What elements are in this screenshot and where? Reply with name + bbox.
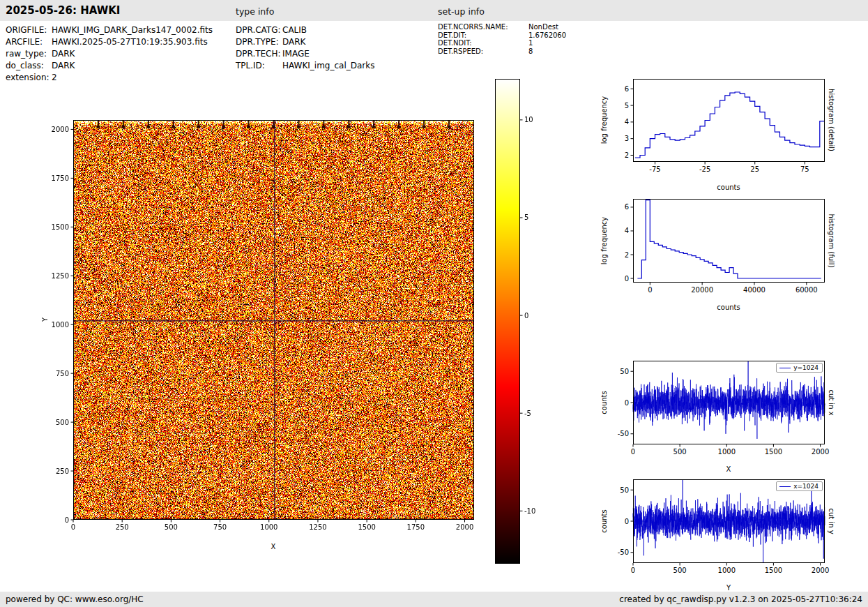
meta-value: 2 <box>52 72 57 84</box>
svg-text:1250: 1250 <box>309 523 326 531</box>
type-info-block: DPR.CATG: CALIB DPR.TYPE: DARK DPR.TECH:… <box>236 24 375 72</box>
cut-in-y-plot: x=1024 0500100015002000-50050 <box>633 479 825 563</box>
meta-value: CALIB <box>282 24 307 36</box>
svg-text:10: 10 <box>524 116 533 123</box>
svg-text:750: 750 <box>56 370 69 377</box>
meta-value: IMAGE <box>282 48 310 60</box>
svg-text:-25: -25 <box>699 165 710 173</box>
meta-label: DPR.TYPE: <box>236 36 282 48</box>
meta-value: 8 <box>528 47 533 56</box>
svg-text:60000: 60000 <box>795 286 818 294</box>
svg-text:0: 0 <box>631 567 635 574</box>
svg-text:2000: 2000 <box>52 126 69 133</box>
meta-value: 1 <box>528 39 533 47</box>
svg-text:0: 0 <box>631 448 635 456</box>
page-title: 2025-05-26: HAWKI <box>6 4 120 17</box>
svg-text:0: 0 <box>625 518 629 525</box>
setup-info-heading: set-up info <box>438 6 485 17</box>
svg-text:0: 0 <box>648 286 652 294</box>
histogram-full-plot: 02000040000600000246 <box>633 199 825 283</box>
colorbar: -10-50510 <box>495 79 520 564</box>
svg-text:1000: 1000 <box>52 321 69 329</box>
svg-text:40000: 40000 <box>743 286 766 294</box>
svg-text:1500: 1500 <box>765 448 782 456</box>
svg-text:50: 50 <box>620 486 629 494</box>
meta-label: extension: <box>6 72 52 84</box>
meta-label: DET.NCORRS.NAME: <box>438 23 528 31</box>
svg-text:1500: 1500 <box>52 223 69 231</box>
cut-in-x-plot: y=1024 0500100015002000-50050 <box>633 361 825 444</box>
svg-text:0: 0 <box>625 275 629 283</box>
meta-label: do_class: <box>6 60 52 72</box>
footer-left: powered by QC: www.eso.org/HC <box>6 594 144 604</box>
meta-value: HAWKI.2025-05-27T10:19:35.903.fits <box>52 36 208 48</box>
svg-text:3: 3 <box>625 135 629 142</box>
svg-text:1000: 1000 <box>260 523 277 531</box>
svg-text:2000: 2000 <box>456 523 473 531</box>
meta-row: ORIGFILE: HAWKI_IMG_DARK_Darks147_0002.f… <box>6 24 213 36</box>
svg-text:1500: 1500 <box>358 523 375 531</box>
meta-row: DET.NCORRS.NAME: NonDest <box>438 23 566 31</box>
meta-value: DARK <box>52 60 75 72</box>
meta-label: DPR.CATG: <box>236 24 282 36</box>
svg-text:-5: -5 <box>524 410 531 417</box>
svg-text:750: 750 <box>213 523 227 531</box>
svg-text:75: 75 <box>800 165 809 173</box>
meta-row: ARCFILE: HAWKI.2025-05-27T10:19:35.903.f… <box>6 36 213 48</box>
meta-row: DPR.TECH: IMAGE <box>236 48 375 60</box>
svg-text:0: 0 <box>65 516 69 524</box>
meta-row: DET.DIT: 1.6762060 <box>438 31 566 40</box>
legend-cut-y: x=1024 <box>776 481 823 491</box>
setup-info-block: DET.NCORRS.NAME: NonDest DET.DIT: 1.6762… <box>438 23 566 55</box>
legend-line-sample <box>779 368 791 368</box>
qc-report-page: 2025-05-26: HAWKI type info set-up info … <box>0 0 868 607</box>
svg-text:1750: 1750 <box>52 174 69 182</box>
meta-row: do_class: DARK <box>6 60 213 72</box>
svg-text:500: 500 <box>56 419 69 426</box>
svg-text:25: 25 <box>750 165 759 173</box>
svg-text:50: 50 <box>620 368 629 375</box>
footer-right: created by qc_rawdisp.py v1.2.3 on 2025-… <box>619 594 862 604</box>
svg-text:-10: -10 <box>524 507 535 515</box>
svg-text:1250: 1250 <box>52 272 69 280</box>
svg-text:2: 2 <box>625 151 629 159</box>
meta-row: extension: 2 <box>6 72 213 84</box>
meta-row: DET.RSPEED: 8 <box>438 47 566 56</box>
svg-text:1000: 1000 <box>718 448 736 456</box>
svg-text:4: 4 <box>625 227 629 234</box>
main-image-plot: 0250500750100012501500175020000250500750… <box>73 120 474 520</box>
svg-text:6: 6 <box>625 203 629 211</box>
legend-label: x=1024 <box>793 483 818 490</box>
header-bar: 2025-05-26: HAWKI type info set-up info <box>0 0 868 21</box>
type-info-heading: type info <box>236 6 274 17</box>
svg-text:5: 5 <box>524 213 528 221</box>
svg-text:0: 0 <box>524 312 528 320</box>
legend-line-sample <box>779 486 791 487</box>
meta-value: HAWKI_IMG_DARK_Darks147_0002.fits <box>52 24 213 36</box>
histogram-detail-plot: -75-25257523456 <box>633 79 825 162</box>
meta-label: ORIGFILE: <box>6 24 52 36</box>
svg-text:0: 0 <box>625 399 629 407</box>
meta-row: DPR.CATG: CALIB <box>236 24 375 36</box>
svg-text:500: 500 <box>673 567 687 574</box>
meta-row: TPL.ID: HAWKI_img_cal_Darks <box>236 60 375 72</box>
meta-label: DET.RSPEED: <box>438 47 528 56</box>
meta-label: ARCFILE: <box>6 36 52 48</box>
meta-label: raw_type: <box>6 48 52 60</box>
legend-cut-x: y=1024 <box>776 363 823 373</box>
svg-text:5: 5 <box>625 102 629 110</box>
meta-row: DET.NDIT: 1 <box>438 39 566 47</box>
svg-text:0: 0 <box>71 523 75 531</box>
meta-label: DET.NDIT: <box>438 39 528 47</box>
legend-label: y=1024 <box>793 364 818 371</box>
svg-text:2: 2 <box>625 251 629 259</box>
svg-text:1500: 1500 <box>765 567 782 574</box>
svg-text:-50: -50 <box>618 548 629 556</box>
file-info-block: ORIGFILE: HAWKI_IMG_DARK_Darks147_0002.f… <box>6 24 213 84</box>
svg-text:-50: -50 <box>618 430 629 437</box>
svg-text:4: 4 <box>625 118 629 126</box>
svg-text:250: 250 <box>116 523 129 531</box>
meta-value: DARK <box>282 36 305 48</box>
meta-value: 1.6762060 <box>528 31 566 40</box>
meta-value: NonDest <box>528 23 558 31</box>
